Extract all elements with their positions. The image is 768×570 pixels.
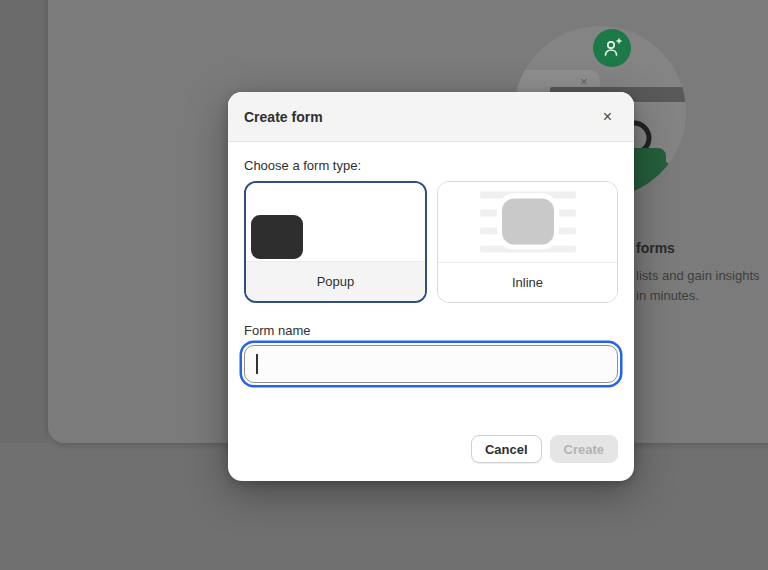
empty-state-text: forms lists and gain insights in minutes…	[636, 240, 768, 306]
inline-stripe	[480, 246, 576, 253]
form-type-label: Choose a form type:	[244, 158, 618, 173]
empty-state-heading: forms	[636, 240, 768, 256]
form-name-label: Form name	[244, 323, 618, 338]
option-inline[interactable]: Inline	[437, 181, 618, 303]
dialog-footer: Cancel Create	[228, 435, 634, 481]
popup-shape-icon	[251, 215, 303, 259]
option-inline-label: Inline	[438, 262, 617, 302]
empty-state-line2: in minutes.	[636, 286, 768, 306]
option-popup-label: Popup	[246, 261, 425, 301]
cancel-button[interactable]: Cancel	[471, 435, 542, 463]
dialog-title: Create form	[244, 109, 323, 125]
inline-block	[502, 199, 554, 245]
inline-illustration	[438, 182, 617, 262]
form-name-input-wrap	[244, 345, 618, 383]
form-type-options: Popup Inline	[244, 181, 618, 303]
popup-illustration	[246, 183, 425, 261]
empty-state-line1: lists and gain insights	[636, 266, 768, 286]
person-add-badge	[593, 29, 631, 67]
inline-stripe	[480, 192, 576, 199]
screen: × forms lists and gain insights in minut…	[0, 0, 768, 570]
close-icon[interactable]: ×	[597, 107, 618, 127]
text-caret	[256, 354, 258, 374]
dialog-body: Choose a form type: Popup	[228, 142, 634, 403]
create-button[interactable]: Create	[550, 435, 618, 463]
dialog-header: Create form ×	[228, 92, 634, 142]
form-name-input[interactable]	[244, 345, 618, 383]
page-gutter	[0, 0, 48, 443]
create-form-dialog: Create form × Choose a form type: Popup	[228, 92, 634, 481]
inline-shape-icon	[480, 192, 576, 253]
option-popup[interactable]: Popup	[244, 181, 427, 303]
person-add-icon	[600, 36, 624, 60]
